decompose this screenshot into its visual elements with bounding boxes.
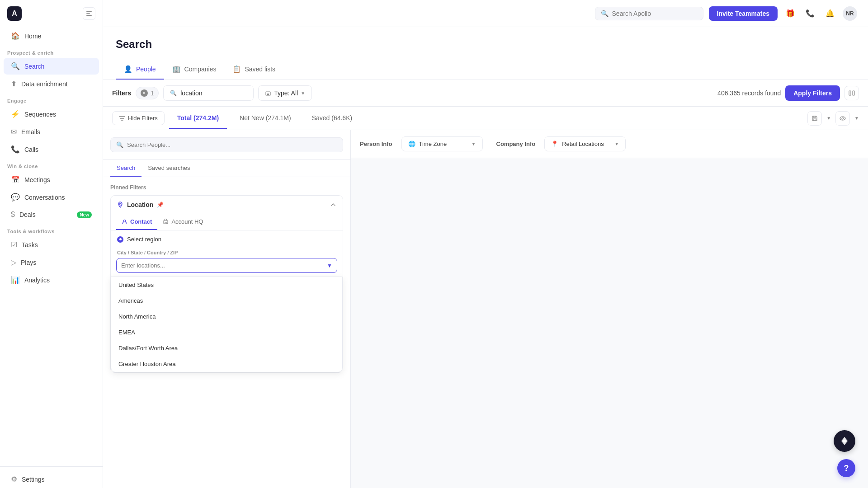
records-count: 406,365 records found bbox=[717, 89, 781, 97]
fab-help-button[interactable]: ? bbox=[837, 459, 855, 477]
bell-icon[interactable]: 🔔 bbox=[823, 6, 837, 21]
location-card-header[interactable]: Location 📌 bbox=[111, 196, 343, 214]
sidebar-item-data-enrichment[interactable]: ⬆ Data enrichment bbox=[4, 75, 99, 92]
tab-saved-lists[interactable]: 📋 Saved lists bbox=[224, 60, 283, 80]
people-search-input[interactable]: 🔍 bbox=[110, 137, 343, 152]
pinned-label: Pinned Filters bbox=[110, 184, 343, 191]
chevron-up-icon bbox=[330, 202, 336, 208]
locations-field[interactable] bbox=[121, 262, 327, 269]
save-icon-btn[interactable] bbox=[807, 111, 822, 126]
saved-lists-tab-icon: 📋 bbox=[232, 65, 241, 73]
sidebar-item-plays[interactable]: ▷ Plays bbox=[4, 254, 99, 271]
apollo-search-box[interactable]: 🔍 bbox=[595, 7, 703, 20]
contact-tab-account-hq[interactable]: Account HQ bbox=[157, 214, 208, 230]
sidebar-item-emails[interactable]: ✉ Emails bbox=[4, 123, 99, 140]
sidebar-settings: ⚙ Settings bbox=[0, 466, 103, 488]
chevron-down-icon-save[interactable]: ▼ bbox=[826, 116, 831, 121]
person-info-label: Person Info bbox=[360, 141, 392, 147]
sidebar-item-sequences[interactable]: ⚡ Sequences bbox=[4, 106, 99, 122]
chip-count: 1 bbox=[151, 90, 154, 97]
avatar[interactable]: NR bbox=[843, 6, 857, 21]
svg-point-10 bbox=[842, 117, 844, 119]
search-icon: 🔍 bbox=[11, 62, 20, 70]
content-wrapper: Search 👤 People 🏢 Companies 📋 Saved list… bbox=[103, 27, 868, 488]
svg-rect-1 bbox=[86, 13, 90, 14]
filter-chip: ✕ 1 bbox=[136, 87, 159, 99]
dropdown-item-americas[interactable]: Americas bbox=[111, 293, 342, 309]
sidebar-collapse-button[interactable] bbox=[83, 7, 95, 20]
chevron-down-icon-tz: ▼ bbox=[472, 141, 476, 146]
eye-icon-btn[interactable] bbox=[835, 111, 850, 126]
sidebar-item-calls[interactable]: 📞 Calls bbox=[4, 141, 99, 158]
time-zone-dropdown[interactable]: 🌐 Time Zone ▼ bbox=[401, 136, 483, 151]
sub-tab-label: Saved searches bbox=[148, 164, 190, 171]
sidebar-section-win-close: Win & close bbox=[0, 158, 103, 171]
page-title: Search bbox=[116, 38, 855, 51]
type-dropdown[interactable]: Type: All ▼ bbox=[258, 85, 312, 101]
enter-locations-input[interactable]: ▼ bbox=[116, 258, 337, 273]
phone-icon[interactable]: 📞 bbox=[803, 6, 817, 21]
apply-filters-button[interactable]: Apply Filters bbox=[785, 85, 840, 101]
search-input[interactable] bbox=[612, 10, 698, 17]
search-icon-small: 🔍 bbox=[170, 90, 177, 96]
filter-sub-tab-saved-searches[interactable]: Saved searches bbox=[142, 160, 196, 177]
people-search-field[interactable] bbox=[127, 141, 337, 148]
dropdown-item-us[interactable]: United States bbox=[111, 277, 342, 293]
filter-icon bbox=[119, 115, 125, 122]
dropdown-item-north-america[interactable]: North America bbox=[111, 309, 342, 324]
retail-locations-label: Retail Locations bbox=[562, 141, 604, 147]
sidebar-item-deals[interactable]: $ Deals New bbox=[4, 206, 99, 223]
dropdown-item-emea[interactable]: EMEA bbox=[111, 324, 342, 340]
right-panel: Person Info 🌐 Time Zone ▼ Company Info 📍… bbox=[351, 130, 868, 488]
analytics-icon: 📊 bbox=[11, 276, 20, 284]
sidebar-item-analytics[interactable]: 📊 Analytics bbox=[4, 272, 99, 288]
dropdown-item-dallas[interactable]: Dallas/Fort Worth Area bbox=[111, 340, 342, 356]
results-tab-saved[interactable]: Saved (64.6K) bbox=[304, 108, 361, 129]
fab-apollo-button[interactable] bbox=[834, 430, 855, 452]
sidebar-item-label: Conversations bbox=[24, 194, 65, 201]
dropdown-item-houston[interactable]: Greater Houston Area bbox=[111, 356, 342, 372]
sidebar-item-conversations[interactable]: 💬 Conversations bbox=[4, 189, 99, 206]
filter-remove-button[interactable]: ✕ bbox=[141, 89, 148, 97]
sidebar: A 🏠 Home Prospect & enrich 🔍 Search ⬆ Da… bbox=[0, 0, 103, 488]
svg-rect-4 bbox=[267, 94, 269, 95]
sidebar-item-meetings[interactable]: 📅 Meetings bbox=[4, 171, 99, 188]
sidebar-item-home[interactable]: 🏠 Home bbox=[4, 28, 99, 44]
chevron-down-icon-eye[interactable]: ▼ bbox=[854, 116, 859, 121]
search-icon: 🔍 bbox=[601, 10, 609, 17]
page-header: Search 👤 People 🏢 Companies 📋 Saved list… bbox=[103, 27, 868, 80]
results-tab-net-new[interactable]: Net New (274.1M) bbox=[231, 108, 299, 129]
sidebar-item-tasks[interactable]: ☑ Tasks bbox=[4, 236, 99, 253]
company-info-label: Company Info bbox=[496, 141, 536, 147]
columns-icon-btn[interactable] bbox=[844, 86, 859, 100]
retail-locations-dropdown[interactable]: 📍 Retail Locations ▼ bbox=[544, 136, 626, 151]
filter-sub-tab-search[interactable]: Search bbox=[110, 160, 142, 177]
tab-companies[interactable]: 🏢 Companies bbox=[164, 60, 225, 80]
tab-people[interactable]: 👤 People bbox=[116, 60, 164, 80]
svg-rect-7 bbox=[813, 119, 816, 121]
net-new-tab-label: Net New (274.1M) bbox=[240, 114, 291, 122]
sidebar-item-label: Analytics bbox=[24, 277, 50, 284]
chevron-down-icon-rl: ▼ bbox=[614, 141, 619, 146]
location-card-title-area: Location 📌 bbox=[117, 201, 164, 208]
gift-icon[interactable]: 🎁 bbox=[783, 6, 797, 21]
svg-rect-6 bbox=[853, 91, 854, 95]
dropdown-arrow-icon: ▼ bbox=[327, 263, 332, 269]
svg-rect-2 bbox=[86, 15, 92, 16]
building-icon bbox=[265, 90, 271, 96]
results-tab-total[interactable]: Total (274.2M) bbox=[169, 108, 227, 129]
location-pin-icon bbox=[117, 202, 123, 208]
select-region-radio[interactable] bbox=[117, 236, 123, 243]
sidebar-item-settings[interactable]: ⚙ Settings bbox=[4, 471, 99, 488]
sidebar-section-engage: Engage bbox=[0, 93, 103, 105]
location-search-input[interactable]: 🔍 location bbox=[163, 85, 254, 101]
sidebar-item-search[interactable]: 🔍 Search bbox=[4, 58, 99, 75]
svg-rect-5 bbox=[849, 91, 851, 95]
logo-icon[interactable]: A bbox=[7, 6, 22, 21]
invite-teammates-button[interactable]: Invite Teammates bbox=[709, 6, 778, 21]
contact-tab-contact[interactable]: Contact bbox=[116, 214, 157, 230]
hide-filters-button[interactable]: Hide Filters bbox=[112, 111, 165, 125]
deals-badge: New bbox=[77, 211, 92, 218]
location-dropdown: United States Americas North America EME… bbox=[111, 277, 343, 372]
body-area: 🔍 Search Saved searches Pinned Filters bbox=[103, 130, 868, 488]
